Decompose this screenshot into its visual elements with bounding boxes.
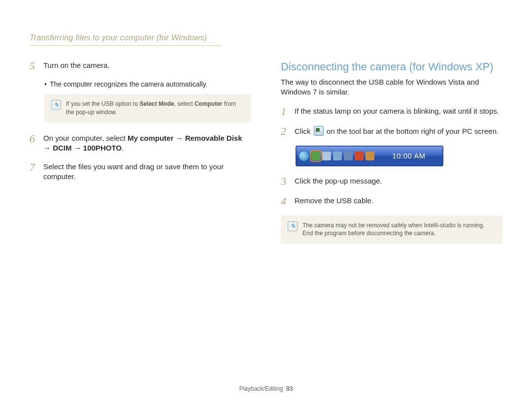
step-7: 7 Select the files you want and drag or … [30,162,251,182]
bullet-dot: • [44,80,47,88]
page-footer: Playback/Editing 93 [0,385,532,392]
note-icon: ✎ [51,100,61,110]
right-column: Disconnecting the camera (for Windows XP… [281,61,502,254]
section-title: Disconnecting the camera (for Windows XP… [281,61,502,73]
step-6-text: On your computer, select My computer → R… [43,133,251,154]
taskbar-clock: 10:00 AM [379,152,443,160]
step-5-text: Turn on the camera. [43,61,110,71]
bullet-text: The computer recognizes the camera autom… [50,80,207,88]
step-number: 2 [281,126,290,137]
step-number: 7 [30,162,38,182]
note-text: The camera may not be removed safely whe… [302,221,496,238]
tray-expand-chevron-icon[interactable]: › [299,151,309,161]
step-number: 1 [281,106,290,117]
tray-icon[interactable] [333,152,342,160]
tray-icon[interactable] [344,152,353,160]
note-text: If you set the USB option to Select Mode… [66,100,244,117]
step-3-text: Click the pop-up message. [295,176,382,187]
tray-icon[interactable] [366,152,374,160]
step-number: 6 [30,133,38,154]
step-2: 2 Click on the tool bar at the bottom ri… [281,126,502,137]
step-1-text: If the status lamp on your camera is bli… [295,106,499,117]
step-4: 4 Remove the USB cable. [281,196,502,207]
step-5-bullet: • The computer recognizes the camera aut… [44,80,251,88]
step-6: 6 On your computer, select My computer →… [30,133,251,154]
step-3: 3 Click the pop-up message. [281,176,502,187]
manual-page: Transferring files to your computer (for… [0,0,532,401]
page-header: Transferring files to your computer (for… [30,33,222,46]
step-5: 5 Turn on the camera. [30,61,251,71]
step-number: 5 [30,61,38,71]
tray-icons-group [311,152,374,160]
step-7-text: Select the files you want and drag or sa… [43,162,251,182]
section-intro: The way to disconnect the USB cable for … [281,77,502,97]
note-box-usb-option: ✎ If you set the USB option to Select Mo… [44,94,251,123]
tray-icon[interactable] [322,152,331,160]
step-1: 1 If the status lamp on your camera is b… [281,106,502,117]
safely-remove-hardware-icon [314,126,324,136]
page-number: 93 [286,385,293,392]
footer-section: Playback/Editing [239,385,283,392]
tray-safely-remove-hardware-icon[interactable] [311,152,320,160]
step-4-text: Remove the USB cable. [295,196,373,207]
step-number: 3 [281,176,290,187]
step-2-text: Click on the tool bar at the bottom righ… [295,126,499,137]
note-box-intelli-studio: ✎ The camera may not be removed safely w… [281,216,502,244]
step-number: 4 [281,196,290,207]
tray-volume-icon[interactable] [355,152,364,160]
two-column-layout: 5 Turn on the camera. • The computer rec… [30,61,502,254]
left-column: 5 Turn on the camera. • The computer rec… [30,61,251,254]
note-icon: ✎ [288,221,298,231]
windows-taskbar-tray: › 10:00 AM [296,146,443,166]
